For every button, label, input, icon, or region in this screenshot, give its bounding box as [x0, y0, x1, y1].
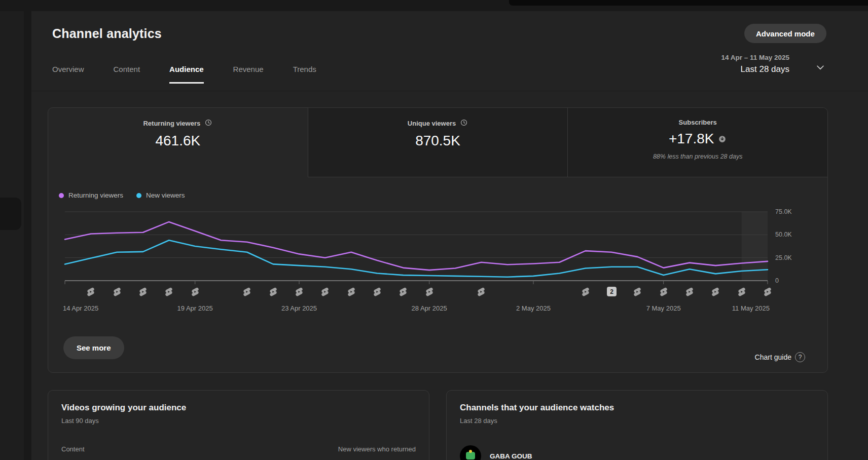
card-title: Videos growing your audience [61, 403, 416, 413]
column-header-content: Content [61, 445, 85, 453]
shorts-icon[interactable] [372, 287, 382, 297]
channel-list-item[interactable]: GABA GOUB [460, 445, 532, 460]
metric-unique-viewers[interactable]: Unique viewers 870.5K [308, 108, 568, 177]
x-axis-label: 23 Apr 2025 [281, 304, 317, 312]
videos-growing-audience-card: Videos growing your audience Last 90 day… [48, 390, 429, 460]
metric-tabs-row: Returning viewers 461.6K Unique viewers … [48, 108, 827, 177]
metric-label: Unique viewers [408, 120, 456, 127]
shorts-icon[interactable] [424, 287, 435, 297]
metric-value: +17.8K [669, 131, 714, 147]
legend-dot-purple [59, 193, 64, 198]
channel-avatar [460, 445, 481, 460]
y-axis-label: 75.0K [775, 208, 792, 215]
x-axis-label: 14 Apr 2025 [63, 304, 98, 312]
video-markers-row: 2 [65, 286, 768, 299]
clock-icon [204, 119, 212, 128]
column-header-new-viewers-returned: New viewers who returned [338, 445, 416, 453]
series-line-returning-viewers [65, 222, 768, 270]
chart-guide[interactable]: Chart guide ? [755, 352, 805, 362]
metric-label: Returning viewers [143, 120, 200, 127]
legend-label: New viewers [146, 191, 185, 199]
tab-trends[interactable]: Trends [293, 65, 316, 84]
metric-subscribers[interactable]: Subscribers +17.8K 88% less than previou… [567, 108, 827, 177]
x-axis-label: 2 May 2025 [516, 304, 551, 312]
chart-legend: Returning viewers New viewers [59, 191, 185, 199]
metric-comparison-text: 88% less than previous 28 days [653, 153, 743, 160]
page-title: Channel analytics [52, 26, 162, 41]
legend-item-new-viewers: New viewers [136, 191, 185, 199]
y-axis-label: 50.0K [775, 231, 792, 238]
sidebar [0, 11, 31, 460]
x-axis-label: 7 May 2025 [646, 304, 681, 312]
card-title: Channels that your audience watches [460, 403, 814, 413]
shorts-icon[interactable] [476, 287, 486, 297]
sidebar-gutter [24, 11, 31, 460]
metric-returning-viewers[interactable]: Returning viewers 461.6K [48, 108, 308, 177]
channels-audience-watches-card: Channels that your audience watches Last… [446, 390, 828, 460]
shorts-icon[interactable] [268, 287, 278, 297]
date-range-picker[interactable]: 14 Apr – 11 May 2025 Last 28 days [721, 54, 789, 74]
header-divider [31, 91, 868, 91]
shorts-icon[interactable] [190, 287, 200, 297]
tab-revenue[interactable]: Revenue [233, 65, 264, 84]
table-header-row: Content New viewers who returned [61, 445, 416, 453]
analytics-tabs: Overview Content Audience Revenue Trends [52, 65, 316, 84]
advanced-mode-button[interactable]: Advanced mode [744, 24, 826, 43]
shorts-icon[interactable] [684, 287, 695, 297]
shorts-icon[interactable] [346, 287, 356, 297]
date-range-text: 14 Apr – 11 May 2025 [721, 54, 789, 61]
chevron-down-icon[interactable] [815, 62, 826, 73]
question-circle-icon: ? [795, 352, 805, 362]
metric-value: 870.5K [415, 133, 460, 149]
shorts-icon[interactable] [581, 287, 591, 297]
clock-icon [460, 119, 468, 128]
shorts-icon[interactable] [242, 287, 252, 297]
y-axis-label: 0 [775, 277, 779, 284]
tab-audience[interactable]: Audience [169, 65, 204, 84]
chart-guide-label: Chart guide [755, 353, 791, 361]
x-axis-label: 28 Apr 2025 [412, 304, 447, 312]
video-count-badge[interactable]: 2 [607, 287, 617, 296]
shorts-icon[interactable] [737, 287, 747, 297]
metric-label: Subscribers [679, 119, 717, 126]
x-axis-label: 11 May 2025 [732, 304, 770, 312]
shorts-icon[interactable] [659, 287, 669, 297]
arrow-down-circle-icon [718, 131, 727, 147]
shorts-icon[interactable] [294, 287, 304, 297]
shorts-icon[interactable] [164, 287, 174, 297]
x-axis-labels: 14 Apr 202519 Apr 202523 Apr 202528 Apr … [65, 304, 768, 314]
shorts-icon[interactable] [632, 287, 642, 297]
shorts-icon[interactable] [710, 287, 720, 297]
shorts-icon[interactable] [320, 287, 330, 297]
line-chart-canvas [65, 207, 768, 288]
shorts-icon[interactable] [398, 287, 408, 297]
channel-avatar-logo [466, 452, 475, 459]
x-axis-label: 19 Apr 2025 [177, 304, 213, 312]
top-bar-overlay [509, 0, 868, 6]
legend-label: Returning viewers [68, 191, 123, 199]
shorts-icon[interactable] [112, 287, 122, 297]
shorts-icon[interactable] [86, 287, 96, 297]
y-axis-labels: 75.0K50.0K25.0K0 [775, 207, 816, 288]
tab-content[interactable]: Content [114, 65, 140, 84]
youtube-studio-analytics-page: { "header": { "title": "Channel analytic… [0, 0, 868, 460]
legend-item-returning-viewers: Returning viewers [59, 191, 123, 199]
metric-value: 461.6K [155, 133, 200, 149]
legend-dot-cyan [136, 193, 141, 198]
card-period: Last 90 days [61, 417, 416, 425]
tab-overview[interactable]: Overview [52, 65, 84, 84]
see-more-button[interactable]: See more [63, 336, 124, 359]
shorts-icon[interactable] [763, 287, 773, 297]
y-axis-label: 25.0K [775, 254, 792, 261]
sidebar-collapsed-item[interactable] [0, 198, 21, 230]
shorts-icon[interactable] [138, 287, 148, 297]
viewers-line-chart: 2 14 Apr 202519 Apr 202523 Apr 202528 Ap… [65, 207, 768, 323]
series-line-new-viewers [65, 240, 768, 277]
channel-name: GABA GOUB [490, 452, 532, 460]
audience-analytics-card: Returning viewers 461.6K Unique viewers … [48, 107, 828, 373]
date-preset-label: Last 28 days [721, 64, 789, 74]
card-period: Last 28 days [460, 417, 814, 425]
